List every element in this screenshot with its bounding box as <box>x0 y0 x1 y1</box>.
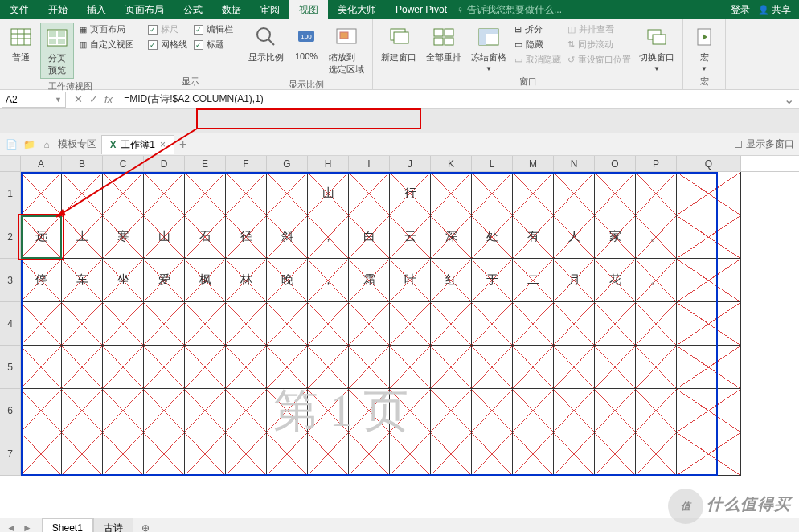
menu-view[interactable]: 视图 <box>289 0 328 19</box>
menu-insert[interactable]: 插入 <box>77 0 116 19</box>
col-header[interactable]: C <box>103 156 144 171</box>
cell[interactable]: 行 <box>390 172 431 215</box>
hide-button[interactable]: ▭隐藏 <box>513 38 563 51</box>
cell[interactable] <box>62 302 103 346</box>
cell[interactable] <box>595 302 636 346</box>
col-header[interactable]: J <box>390 156 431 171</box>
cell[interactable] <box>62 389 103 432</box>
spreadsheet-grid[interactable]: A B C D E F G H I J K L M N O P Q 1 2 3 … <box>0 156 799 518</box>
new-window[interactable]: 新建窗口 <box>378 23 420 65</box>
chk-formula-bar[interactable]: 编辑栏 <box>192 23 235 36</box>
view-custom[interactable]: ▥自定义视图 <box>77 38 136 51</box>
menu-file[interactable]: 文件 <box>0 0 39 19</box>
cell[interactable] <box>677 346 741 389</box>
cell[interactable] <box>390 302 431 346</box>
cell[interactable]: 山 <box>144 215 185 259</box>
cell[interactable] <box>349 432 390 476</box>
cell[interactable] <box>636 302 677 346</box>
cell[interactable] <box>185 346 226 389</box>
cell[interactable] <box>308 389 349 432</box>
cell[interactable]: 斜 <box>267 215 308 259</box>
cell[interactable]: 山 <box>308 172 349 215</box>
cell[interactable]: 云 <box>390 215 431 259</box>
sheet-nav[interactable]: ◄► <box>6 522 42 533</box>
chk-ruler[interactable]: 标尺 <box>146 23 189 36</box>
cell[interactable] <box>308 302 349 346</box>
col-header[interactable]: L <box>472 156 513 171</box>
cell[interactable] <box>21 302 62 346</box>
col-header[interactable]: G <box>267 156 308 171</box>
cell[interactable] <box>21 432 62 476</box>
cell[interactable] <box>144 172 185 215</box>
cell[interactable]: 。 <box>636 215 677 259</box>
unhide-button[interactable]: ▭取消隐藏 <box>513 53 563 67</box>
cell[interactable] <box>513 302 554 346</box>
row-header[interactable]: 5 <box>0 346 21 389</box>
cell[interactable] <box>226 172 267 215</box>
login-link[interactable]: 登录 <box>731 3 750 17</box>
cell[interactable]: 家 <box>595 215 636 259</box>
cell[interactable]: 深 <box>431 215 472 259</box>
cell[interactable] <box>226 302 267 346</box>
row-header[interactable]: 7 <box>0 432 21 476</box>
zoom-button[interactable]: 显示比例 <box>245 23 287 65</box>
cell[interactable] <box>595 389 636 432</box>
col-header[interactable]: H <box>308 156 349 171</box>
cell[interactable] <box>472 302 513 346</box>
cell[interactable]: 爱 <box>144 259 185 302</box>
folder-icon[interactable]: 📄 <box>5 138 18 151</box>
switch-window[interactable]: 切换窗口▼ <box>636 23 678 74</box>
cell[interactable] <box>62 432 103 476</box>
sheet-tab[interactable]: 古诗 <box>93 518 133 533</box>
chk-headings[interactable]: 标题 <box>192 38 235 51</box>
template-link[interactable]: 模板专区 <box>58 137 96 151</box>
cell[interactable] <box>103 346 144 389</box>
cell[interactable]: 坐 <box>103 259 144 302</box>
cell[interactable]: 霜 <box>349 259 390 302</box>
cell[interactable] <box>636 346 677 389</box>
cell[interactable] <box>308 346 349 389</box>
cell[interactable] <box>677 172 741 215</box>
col-header[interactable]: N <box>554 156 595 171</box>
cell[interactable] <box>21 346 62 389</box>
cell[interactable] <box>431 172 472 215</box>
home-icon[interactable]: ⌂ <box>40 138 53 151</box>
cell[interactable] <box>390 346 431 389</box>
view-page-break[interactable]: 分页 预览 <box>40 23 74 79</box>
cell[interactable]: 花 <box>595 259 636 302</box>
col-header[interactable]: K <box>431 156 472 171</box>
cell[interactable] <box>513 172 554 215</box>
cell[interactable] <box>636 172 677 215</box>
cell[interactable] <box>636 432 677 476</box>
cell[interactable] <box>677 259 741 302</box>
cell[interactable]: 车 <box>62 259 103 302</box>
cell[interactable]: 月 <box>554 259 595 302</box>
cell[interactable] <box>595 172 636 215</box>
col-header[interactable]: F <box>226 156 267 171</box>
col-header[interactable]: D <box>144 156 185 171</box>
row-header[interactable]: 1 <box>0 172 21 215</box>
cell[interactable] <box>62 172 103 215</box>
multi-window[interactable]: ☐显示多窗口 <box>734 137 794 151</box>
cell[interactable] <box>554 346 595 389</box>
workbook-tab[interactable]: X 工作簿1 × <box>101 135 174 154</box>
cell[interactable]: 晚 <box>267 259 308 302</box>
cell[interactable]: 远 <box>21 215 62 259</box>
cell[interactable] <box>677 389 741 432</box>
cell[interactable]: 叶 <box>390 259 431 302</box>
zoom-selection[interactable]: 缩放到 选定区域 <box>326 23 367 77</box>
cell[interactable] <box>185 302 226 346</box>
cell[interactable] <box>554 172 595 215</box>
cell[interactable] <box>185 389 226 432</box>
enter-icon[interactable]: ✓ <box>89 93 98 105</box>
cell[interactable]: 停 <box>21 259 62 302</box>
formula-input[interactable]: =MID(古诗!$A2,COLUMN(A1),1) <box>119 92 779 106</box>
menu-data[interactable]: 数据 <box>212 0 251 19</box>
reset-pos[interactable]: ↺重设窗口位置 <box>566 53 633 67</box>
cell[interactable] <box>226 432 267 476</box>
cell[interactable] <box>103 172 144 215</box>
sync-scroll[interactable]: ⇅同步滚动 <box>566 38 633 51</box>
col-header[interactable]: Q <box>677 156 741 171</box>
row-header[interactable]: 2 <box>0 215 21 259</box>
col-header[interactable]: B <box>62 156 103 171</box>
